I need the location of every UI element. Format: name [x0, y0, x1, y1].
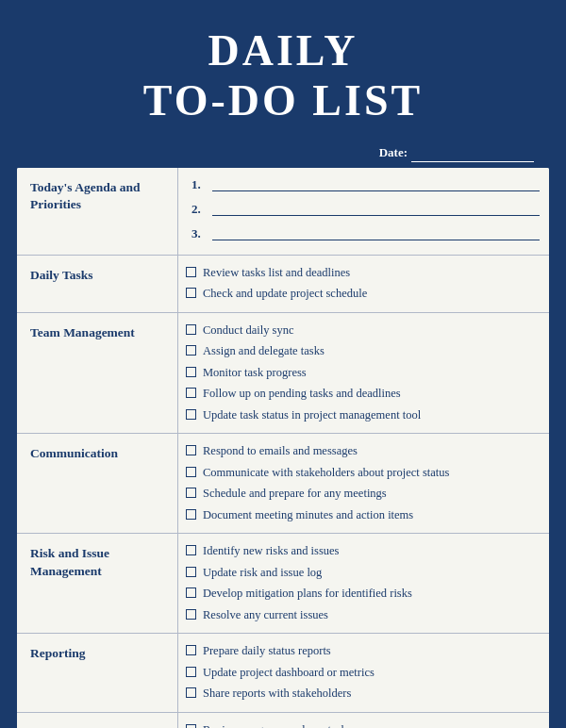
- checkbox[interactable]: [186, 509, 196, 520]
- agenda-write-line[interactable]: [212, 203, 540, 216]
- checkbox[interactable]: [186, 609, 196, 620]
- checklist-item: Communicate with stakeholders about proj…: [186, 465, 540, 482]
- checkbox[interactable]: [186, 324, 196, 335]
- checklist-item: Check and update project schedule: [186, 286, 540, 303]
- checklist-item-text: Check and update project schedule: [203, 286, 367, 303]
- checklist-item: Review tasks list and deadlines: [186, 265, 540, 282]
- checkbox[interactable]: [186, 687, 196, 698]
- section-label-communication: Communication: [17, 434, 177, 533]
- section-end-of-day: End of Day ReviewReview progress made on…: [17, 713, 549, 728]
- section-label-agenda: Today's Agenda and Priorities: [17, 168, 177, 255]
- checklist-item: Identify new risks and issues: [186, 543, 540, 560]
- section-content-communication: Respond to emails and messagesCommunicat…: [177, 434, 549, 533]
- section-content-agenda: 1.2.3.: [177, 168, 549, 255]
- checklist-item: Respond to emails and messages: [186, 443, 540, 460]
- checkbox[interactable]: [186, 288, 196, 298]
- checklist-item-text: Document meeting minutes and action item…: [203, 507, 413, 524]
- checklist-item-text: Respond to emails and messages: [203, 443, 358, 460]
- checklist-item: Update risk and issue log: [186, 565, 540, 582]
- checklist-item: Update project dashboard or metrics: [186, 665, 540, 682]
- checklist-item-text: Schedule and prepare for any meetings: [203, 486, 387, 503]
- checklist-item-text: Communicate with stakeholders about proj…: [203, 465, 449, 482]
- checkbox[interactable]: [186, 645, 196, 655]
- agenda-number: 1.: [191, 177, 208, 192]
- content-area: Today's Agenda and Priorities1.2.3.Daily…: [17, 168, 549, 728]
- section-label-end-of-day: End of Day Review: [17, 713, 177, 728]
- date-input-line[interactable]: [411, 145, 534, 162]
- checkbox[interactable]: [186, 267, 196, 277]
- section-content-end-of-day: Review progress made on tasksAdjust prio…: [177, 713, 549, 728]
- checklist-item: Conduct daily sync: [186, 323, 540, 339]
- agenda-write-line[interactable]: [212, 227, 540, 240]
- checkbox[interactable]: [186, 467, 196, 477]
- section-agenda: Today's Agenda and Priorities1.2.3.: [17, 168, 549, 256]
- section-content-daily-tasks: Review tasks list and deadlinesCheck and…: [177, 256, 549, 312]
- agenda-line-0: 1.: [191, 177, 540, 192]
- checkbox[interactable]: [186, 667, 196, 677]
- checklist-item-text: Update project dashboard or metrics: [203, 665, 375, 682]
- checklist-item-text: Review progress made on tasks: [203, 722, 352, 728]
- checklist-item-text: Share reports with stakeholders: [203, 686, 351, 703]
- checklist-item-text: Assign and delegate tasks: [203, 343, 325, 360]
- section-team-management: Team ManagementConduct daily syncAssign …: [17, 313, 549, 435]
- checklist-item: Document meeting minutes and action item…: [186, 507, 540, 524]
- section-label-daily-tasks: Daily Tasks: [17, 256, 177, 312]
- checkbox[interactable]: [186, 567, 196, 577]
- checklist-item: Schedule and prepare for any meetings: [186, 486, 540, 503]
- section-risk: Risk and Issue ManagementIdentify new ri…: [17, 534, 549, 634]
- checklist-item-text: Identify new risks and issues: [203, 543, 339, 560]
- checklist-item: Develop mitigation plans for identified …: [186, 586, 540, 603]
- checklist-item: Follow up on pending tasks and deadlines: [186, 386, 540, 403]
- checkbox[interactable]: [186, 367, 196, 377]
- checklist-item: Prepare daily status reports: [186, 643, 540, 660]
- checkbox[interactable]: [186, 409, 196, 420]
- section-daily-tasks: Daily TasksReview tasks list and deadlin…: [17, 256, 549, 313]
- checkbox[interactable]: [186, 724, 196, 728]
- page: DAILY TO-DO LIST Date: Today's Agenda an…: [0, 0, 566, 728]
- checklist-item-text: Monitor task progress: [203, 365, 307, 382]
- checkbox[interactable]: [186, 587, 196, 598]
- checklist-item: Resolve any current issues: [186, 607, 540, 624]
- checklist-item-text: Review tasks list and deadlines: [203, 265, 350, 282]
- checkbox[interactable]: [186, 488, 196, 498]
- checklist-item: Monitor task progress: [186, 365, 540, 382]
- checklist-item: Review progress made on tasks: [186, 722, 540, 728]
- checkbox[interactable]: [186, 445, 196, 455]
- checklist-item-text: Prepare daily status reports: [203, 643, 331, 660]
- checkbox[interactable]: [186, 388, 196, 398]
- section-reporting: ReportingPrepare daily status reportsUpd…: [17, 634, 549, 713]
- section-communication: CommunicationRespond to emails and messa…: [17, 434, 549, 534]
- checkbox[interactable]: [186, 545, 196, 555]
- section-label-reporting: Reporting: [17, 634, 177, 712]
- checklist-item: Assign and delegate tasks: [186, 343, 540, 360]
- page-title: DAILY TO-DO LIST: [19, 26, 547, 126]
- agenda-line-1: 2.: [191, 202, 540, 217]
- section-label-team-management: Team Management: [17, 313, 177, 434]
- section-content-risk: Identify new risks and issuesUpdate risk…: [177, 534, 549, 633]
- agenda-write-line[interactable]: [212, 178, 540, 191]
- checkbox[interactable]: [186, 345, 196, 356]
- checklist-item-text: Follow up on pending tasks and deadlines: [203, 386, 401, 403]
- checklist-item-text: Conduct daily sync: [203, 323, 294, 339]
- agenda-line-2: 3.: [191, 226, 540, 241]
- checklist-item: Update task status in project management…: [186, 407, 540, 424]
- section-label-risk: Risk and Issue Management: [17, 534, 177, 633]
- agenda-number: 3.: [191, 226, 208, 241]
- date-label: Date:: [379, 145, 408, 160]
- checklist-item-text: Develop mitigation plans for identified …: [203, 586, 412, 603]
- section-content-team-management: Conduct daily syncAssign and delegate ta…: [177, 313, 549, 434]
- agenda-number: 2.: [191, 202, 208, 217]
- checklist-item: Share reports with stakeholders: [186, 686, 540, 703]
- checklist-item-text: Update task status in project management…: [203, 407, 421, 424]
- section-content-reporting: Prepare daily status reportsUpdate proje…: [177, 634, 549, 712]
- checklist-item-text: Resolve any current issues: [203, 607, 328, 624]
- date-row: Date:: [0, 143, 566, 168]
- checklist-item-text: Update risk and issue log: [203, 565, 322, 582]
- header: DAILY TO-DO LIST: [0, 0, 566, 143]
